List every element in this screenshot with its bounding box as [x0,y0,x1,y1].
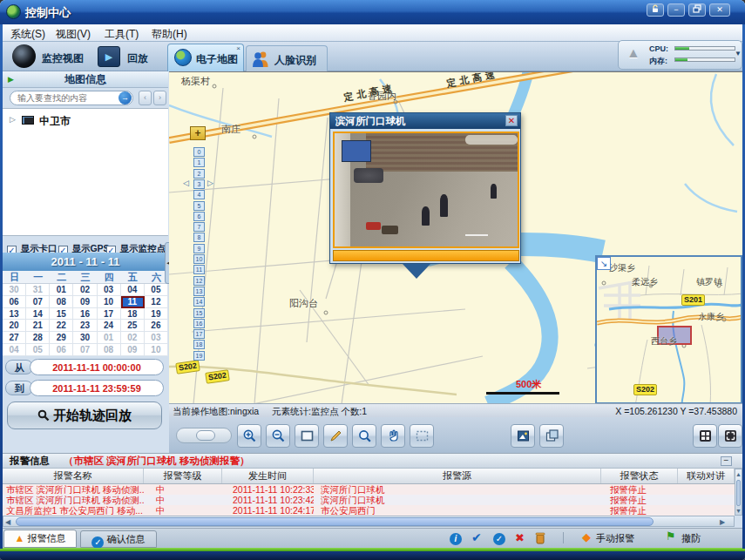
calendar-day[interactable]: 22 [50,320,73,332]
calendar-day[interactable]: 10 [98,296,121,308]
calendar-day[interactable]: 12 [145,296,168,308]
zoom-level-button[interactable]: 3 [193,179,205,189]
zoom-level-button[interactable]: 16 [193,319,205,328]
calendar-day[interactable]: 05 [26,344,50,356]
calendar-day[interactable]: 27 [3,332,26,344]
scroll-left-icon[interactable]: ◀ [5,518,10,526]
map-canvas[interactable]: 杨渠村香园内南庄阳沟台定北高速定北高速S202S202 + 0123456789… [169,71,742,403]
scroll-up-icon[interactable]: ▲ [735,469,742,479]
calendar-day[interactable]: 05 [145,284,168,296]
table-row[interactable]: 市辖区 滨河所门口球机 移动侦测...中2011-11-11 10:23:42滨… [3,495,735,505]
zoom-level-button[interactable]: 6 [193,212,205,221]
zoom-level-button[interactable]: 2 [193,169,205,179]
calendar-day[interactable]: 21 [26,320,50,332]
close-button[interactable]: ✕ [709,3,730,17]
map-zoom-slider[interactable] [176,428,232,443]
zoom-level-button[interactable]: 1 [193,158,205,167]
layers-button[interactable] [539,424,564,448]
scroll-thumb[interactable] [736,480,741,506]
calendar-day[interactable]: 01 [50,284,73,296]
scroll-down-icon[interactable]: ▼ [735,507,742,516]
calendar-day[interactable]: 06 [3,296,26,308]
tree-expander-icon[interactable]: ▷ [10,115,16,124]
tab-electronic-map[interactable]: 电子地图 × [167,44,244,71]
search-next-button[interactable]: › [153,91,166,105]
tab-face-recognition[interactable]: 人脸识别 [246,45,328,71]
calendar-day[interactable]: 25 [121,320,145,332]
tab-confirm-info[interactable]: ✓ 确认信息 [80,530,157,548]
pan-hand-button[interactable] [381,424,405,448]
calendar-day[interactable]: 03 [98,284,121,296]
tree-item-city[interactable]: ▷ 中卫市 [3,113,168,129]
calendar-day[interactable]: 02 [121,332,145,344]
grid-view-button[interactable] [693,424,717,448]
search-input[interactable] [10,91,133,105]
calendar-day[interactable]: 11 [121,296,145,308]
lock-icon[interactable] [647,3,664,17]
zoom-level-button[interactable]: 13 [193,287,205,296]
zoom-level-button[interactable]: 5 [193,201,205,211]
camera-video-popup[interactable]: 滨河所门口球机 ✕ [329,112,521,264]
calendar-day[interactable]: 08 [98,344,121,356]
from-datetime-input[interactable] [30,359,164,375]
zoom-in-button[interactable] [237,424,261,448]
table-horizontal-scrollbar[interactable]: ◀ ▶ [3,516,735,527]
map-zoom-plus-button[interactable]: + [190,126,206,140]
zoom-level-button[interactable]: 7 [193,222,205,232]
calendar-day[interactable]: 06 [50,344,73,356]
calendar-day[interactable]: 08 [50,296,73,308]
panel-minimize-button[interactable]: − [721,456,732,466]
menu-view[interactable]: 视图(V) [56,27,91,42]
search-prev-button[interactable]: ‹ [139,91,152,105]
zoom-level-button[interactable]: 8 [193,233,205,242]
snapshot-button[interactable] [511,424,535,448]
info-icon[interactable]: i [450,533,462,545]
calendar-day[interactable]: 31 [26,284,50,296]
col-alarm-source[interactable]: 报警源 [314,469,601,483]
start-track-playback-button[interactable]: 开始轨迹回放 [7,401,162,429]
calendar-day[interactable]: 23 [73,320,97,332]
calendar-day[interactable]: 28 [26,332,50,344]
minimap-collapse-icon[interactable]: ↘ [597,257,611,270]
zoom-level-button[interactable]: 14 [193,297,205,307]
confirm-all-icon[interactable]: ✓ [493,533,505,545]
calendar-day[interactable]: 18 [121,308,145,320]
calendar-day[interactable]: 24 [98,320,121,332]
calendar-day[interactable]: 19 [145,308,168,320]
calendar-day[interactable]: 07 [73,344,97,356]
calendar-day[interactable]: 13 [3,308,26,320]
col-alarm-status[interactable]: 报警状态 [601,469,678,483]
delete-x-icon[interactable]: ✖ [515,531,525,544]
rectangle-select-button[interactable] [295,424,319,448]
menu-tools[interactable]: 工具(T) [105,27,139,42]
popup-close-button[interactable]: ✕ [505,115,518,126]
zoom-level-button[interactable]: 0 [193,147,205,157]
calendar-day[interactable]: 04 [121,284,145,296]
monitor-view-button[interactable]: 监控视图 [42,51,84,66]
col-alarm-linkage[interactable]: 联动对讲 [678,469,735,483]
calendar-day[interactable]: 04 [3,344,26,356]
minimize-button[interactable]: − [667,3,685,17]
zoom-level-button[interactable]: 11 [193,265,205,274]
playback-button[interactable]: 回放 [127,51,148,66]
disarm-button[interactable]: 撤防 [681,528,701,549]
manual-alarm-icon[interactable]: ◆ [582,530,591,543]
col-alarm-level[interactable]: 报警等级 [144,469,222,483]
manual-alarm-button[interactable]: 手动报警 [596,528,634,549]
confirm-check-icon[interactable]: ✔ [471,530,482,544]
search-go-icon[interactable]: → [119,91,132,105]
tab-alarm-info[interactable]: ▲ 报警信息 [3,530,77,548]
measure-pencil-button[interactable] [323,424,348,448]
col-alarm-name[interactable]: 报警名称 [3,469,144,483]
slider-thumb[interactable] [196,430,215,441]
calendar-day[interactable]: 20 [3,320,26,332]
box-select-button[interactable] [410,424,434,448]
table-row[interactable]: 市辖区 滨河所门口球机 移动侦测...中2011-11-11 10:22:33滨… [3,484,735,495]
calendar-day[interactable]: 26 [145,320,168,332]
col-alarm-time[interactable]: 发生时间 [222,469,314,483]
calendar-day[interactable]: 14 [26,308,50,320]
restore-button[interactable] [688,3,706,17]
table-row[interactable]: 文昌所监控1 市公安局西门 移动...中2011-11-11 10:24:17市… [3,505,735,516]
calendar-day[interactable]: 01 [98,332,121,344]
chevron-down-icon[interactable]: ▼ [735,50,742,57]
